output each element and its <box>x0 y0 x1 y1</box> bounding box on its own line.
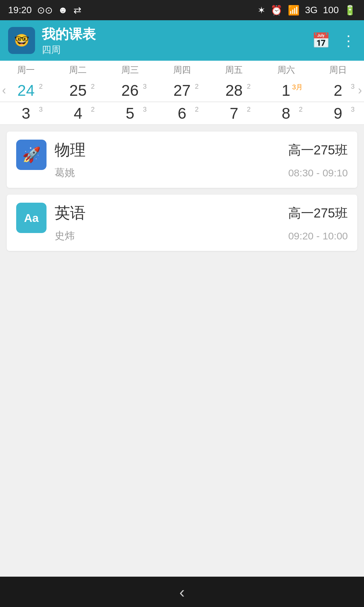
glasses-icon: 🤓 <box>14 33 29 48</box>
status-time: 19:20 <box>8 5 32 16</box>
physics-bottom: 葛姚 08:30 - 09:10 <box>55 166 348 180</box>
day-num-27: 27 <box>173 83 190 98</box>
day-num-2: 2 <box>334 83 342 98</box>
calendar-view-icon[interactable]: 📅 <box>312 32 330 49</box>
prev-week-arrow[interactable]: ‹ <box>2 83 6 97</box>
header-right: 📅 ⋮ <box>312 32 356 49</box>
physics-info: 物理 高一275班 葛姚 08:30 - 09:10 <box>55 140 348 180</box>
day-num-24: 24 <box>18 83 35 98</box>
lesson-count-3: 3 <box>39 106 42 113</box>
english-top: 英语 高一275班 <box>55 203 348 224</box>
english-info: 英语 高一275班 史炜 09:20 - 10:00 <box>55 203 348 243</box>
day-cell-25[interactable]: 2 25 <box>52 81 104 100</box>
week-row-1: ‹ 2 24 2 25 3 26 2 27 2 28 3 <box>0 79 364 102</box>
physics-time: 08:30 - 09:10 <box>288 167 348 179</box>
app-logo: 🤓 <box>8 27 35 54</box>
day-cell-6[interactable]: 2 6 <box>156 104 208 123</box>
status-left: 19:20 ⊙⊙ ☻ ⇄ <box>8 5 81 16</box>
physics-top: 物理 高一275班 <box>55 140 348 161</box>
lesson-count-5: 3 <box>143 106 147 113</box>
bottom-nav: ‹ <box>0 577 364 607</box>
status-bar: 19:20 ⊙⊙ ☻ ⇄ ✶ ⏰ 📶 3G 100 🔋 <box>0 0 364 20</box>
lesson-count-26: 3 <box>143 83 147 90</box>
main-content: 周一 周二 周三 周四 周五 周六 周日 ‹ 2 24 2 25 3 26 <box>0 61 364 577</box>
lesson-count-7: 2 <box>247 106 251 113</box>
day-num-7: 7 <box>230 106 238 121</box>
day-num-6: 6 <box>178 106 186 121</box>
day-cell-march1[interactable]: 3月 1 <box>260 81 312 100</box>
lesson-count-9: 3 <box>351 106 355 113</box>
day-num-25: 25 <box>69 83 87 98</box>
day-cell-2[interactable]: 3 2 <box>312 81 364 100</box>
lesson-count-28: 2 <box>247 83 251 90</box>
day-header-fri: 周五 <box>208 64 260 76</box>
english-class: 高一275班 <box>288 205 348 222</box>
physics-icon: 🚀 <box>16 140 47 170</box>
lesson-count-25: 2 <box>91 83 95 90</box>
lesson-count-8: 2 <box>299 106 303 113</box>
english-bottom: 史炜 09:20 - 10:00 <box>55 229 348 243</box>
english-time: 09:20 - 10:00 <box>288 230 348 242</box>
day-num-28: 28 <box>225 83 243 98</box>
lesson-count-2: 3 <box>351 83 355 90</box>
courses-section: 🚀 物理 高一275班 葛姚 08:30 - 09:10 Aa 英语 高一275… <box>0 125 364 258</box>
day-cell-28[interactable]: 2 28 <box>208 81 260 100</box>
day-headers: 周一 周二 周三 周四 周五 周六 周日 <box>0 61 364 79</box>
day-cell-24[interactable]: 2 24 <box>0 81 52 100</box>
battery-level: 100 <box>323 5 339 16</box>
day-num-26: 26 <box>121 83 139 98</box>
day-header-thu: 周四 <box>156 64 208 76</box>
day-cell-4[interactable]: 2 4 <box>52 104 104 123</box>
sim-icon: ⊙⊙ <box>37 5 53 16</box>
day-num-8: 8 <box>282 106 291 121</box>
lesson-count-4: 2 <box>91 106 95 113</box>
wifi-icon: 📶 <box>288 5 300 16</box>
day-cell-27[interactable]: 2 27 <box>156 81 208 100</box>
physics-teacher: 葛姚 <box>55 166 75 180</box>
day-header-mon: 周一 <box>0 64 52 76</box>
next-week-arrow[interactable]: › <box>358 83 362 97</box>
calendar-section: 周一 周二 周三 周四 周五 周六 周日 ‹ 2 24 2 25 3 26 <box>0 61 364 125</box>
day-header-sat: 周六 <box>260 64 312 76</box>
day-header-tue: 周二 <box>52 64 104 76</box>
day-num-march1: 1 <box>282 83 291 98</box>
lesson-count-6: 2 <box>195 106 199 113</box>
course-card-english[interactable]: Aa 英语 高一275班 史炜 09:20 - 10:00 <box>7 195 357 251</box>
day-num-3: 3 <box>22 106 30 121</box>
day-cell-26[interactable]: 3 26 <box>104 81 156 100</box>
app-header: 🤓 我的课表 四周 📅 ⋮ <box>0 20 364 61</box>
header-left: 🤓 我的课表 四周 <box>8 25 96 56</box>
day-num-9: 9 <box>334 106 342 121</box>
day-header-sun: 周日 <box>312 64 364 76</box>
day-cell-3[interactable]: 3 3 <box>0 104 52 123</box>
lesson-count-24: 2 <box>39 83 42 90</box>
signal-icon: 3G <box>305 5 317 16</box>
day-cell-7[interactable]: 2 7 <box>208 104 260 123</box>
course-card-physics[interactable]: 🚀 物理 高一275班 葛姚 08:30 - 09:10 <box>7 132 357 188</box>
app-title-main: 我的课表 <box>42 25 96 44</box>
english-name: 英语 <box>55 203 86 224</box>
day-cell-8[interactable]: 2 8 <box>260 104 312 123</box>
alarm-icon: ⏰ <box>271 5 282 16</box>
day-header-wed: 周三 <box>104 64 156 76</box>
status-right: ✶ ⏰ 📶 3G 100 🔋 <box>257 5 356 16</box>
english-teacher: 史炜 <box>55 229 75 243</box>
day-num-4: 4 <box>74 106 83 121</box>
physics-class: 高一275班 <box>288 142 348 159</box>
day-num-5: 5 <box>126 106 134 121</box>
physics-name: 物理 <box>55 140 86 161</box>
battery-icon: 🔋 <box>344 5 356 16</box>
lesson-count-27: 2 <box>195 83 199 90</box>
week-row-2: 3 3 2 4 3 5 2 6 2 7 2 8 <box>0 102 364 124</box>
lesson-count-march1: 3月 <box>292 83 303 92</box>
day-cell-9[interactable]: 3 9 <box>312 104 364 123</box>
app-title-block: 我的课表 四周 <box>42 25 96 56</box>
usb-icon: ⇄ <box>73 5 81 16</box>
english-icon: Aa <box>16 203 47 233</box>
bluetooth-icon: ✶ <box>257 5 265 16</box>
more-menu-icon[interactable]: ⋮ <box>341 32 356 49</box>
app-subtitle: 四周 <box>42 44 96 56</box>
person-icon: ☻ <box>58 5 68 16</box>
back-button[interactable]: ‹ <box>179 583 185 601</box>
day-cell-5[interactable]: 3 5 <box>104 104 156 123</box>
